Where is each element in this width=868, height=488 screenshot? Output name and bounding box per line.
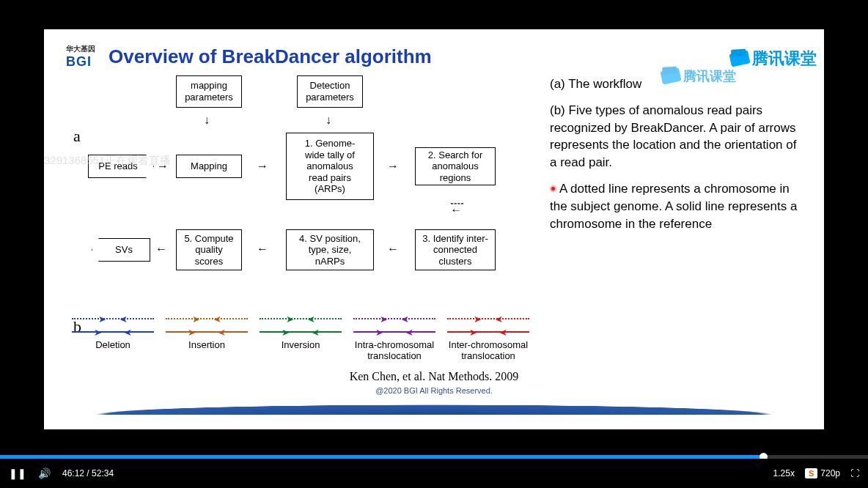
box-step1: 1. Genome- wide tally of anomalous read …	[286, 133, 374, 200]
box-mapping-params: mapping parameters	[176, 75, 242, 108]
arrow-down-icon: ↓	[326, 114, 331, 127]
time-display: 46:12 / 52:34	[62, 468, 114, 478]
arrow-right-icon: →	[387, 160, 399, 173]
legend-label: Intra-chromosomal translocation	[347, 339, 441, 361]
arrow-down-dotted-icon: ┊↓	[450, 200, 464, 213]
legend-item: ➤➤➤➤Deletion	[66, 313, 160, 361]
playback-speed[interactable]: 1.25x	[773, 468, 795, 478]
legend: ➤➤➤➤Deletion➤➤➤➤Insertion➤➤➤➤Inversion➤➤…	[66, 313, 535, 361]
bgi-logo: 华大基因 BGI	[66, 44, 95, 70]
legend-item: ➤➤➤➤Intra-chromosomal translocation	[347, 313, 441, 361]
pause-button[interactable]: ❚❚	[9, 467, 26, 479]
arrow-left-icon: ←	[155, 243, 167, 256]
tencent-classroom-logo: 腾讯课堂	[730, 48, 817, 70]
graduation-cap-icon	[729, 50, 750, 67]
laser-pointer-icon	[550, 185, 556, 192]
box-step2: 2. Search for anomalous regions	[415, 147, 496, 185]
legend-label: Deletion	[66, 339, 160, 350]
workflow-diagram: mapping parameters Detection parameters …	[66, 75, 535, 310]
footer-copyright: @2020 BGI All Rights Reserved.	[66, 386, 802, 395]
footer-wave	[44, 399, 824, 415]
legend-item: ➤➤➤➤Inter-chromosomal translocation	[441, 313, 535, 361]
tencent-classroom-logo: 腾讯课堂	[661, 67, 736, 85]
box-step5: 5. Compute quality scores	[176, 229, 242, 270]
slide-title: Overview of BreakDancer algorithm	[108, 45, 432, 68]
box-svs: SVs	[92, 238, 150, 262]
legend-item: ➤➤➤➤Inversion	[254, 313, 347, 361]
slide: 华大基因 BGI Overview of BreakDancer algorit…	[44, 29, 824, 429]
legend-label: Inter-chromosomal translocation	[441, 339, 535, 361]
desc-b2: A dotted line represents a chromosome in…	[550, 180, 802, 232]
volume-button[interactable]: 🔊	[38, 467, 51, 479]
box-mapping: Mapping	[176, 155, 242, 178]
arrow-down-icon: ↓	[204, 114, 210, 127]
fullscreen-button[interactable]: ⛶	[850, 468, 859, 478]
arrow-left-icon: ←	[387, 243, 399, 256]
desc-b: (b) Five types of anomalous read pairs r…	[550, 102, 802, 171]
resolution-button[interactable]: 720p	[820, 468, 840, 478]
resolution-icon: S	[805, 468, 817, 478]
graduation-cap-icon	[660, 67, 681, 84]
legend-item: ➤➤➤➤Insertion	[160, 313, 254, 361]
description-panel: (a) The workflow (b) Five types of anoma…	[550, 75, 802, 361]
viewer-watermark: 3291368551正在观看直播	[44, 154, 171, 168]
player-controls: ❚❚ 🔊 46:12 / 52:34 1.25x S 720p ⛶	[0, 459, 868, 488]
box-step3: 3. Identify inter- connected clusters	[415, 229, 496, 270]
arrow-right-icon: →	[257, 160, 268, 173]
arrow-left-icon: ←	[257, 243, 268, 256]
box-detect-params: Detection parameters	[297, 75, 363, 108]
legend-label: Inversion	[254, 339, 347, 350]
legend-label: Insertion	[160, 339, 254, 350]
citation: Ken Chen, et al. Nat Methods. 2009	[66, 370, 802, 383]
box-step4: 4. SV position, type, size, nARPs	[286, 229, 374, 270]
video-viewport: 华大基因 BGI Overview of BreakDancer algorit…	[22, 7, 846, 451]
